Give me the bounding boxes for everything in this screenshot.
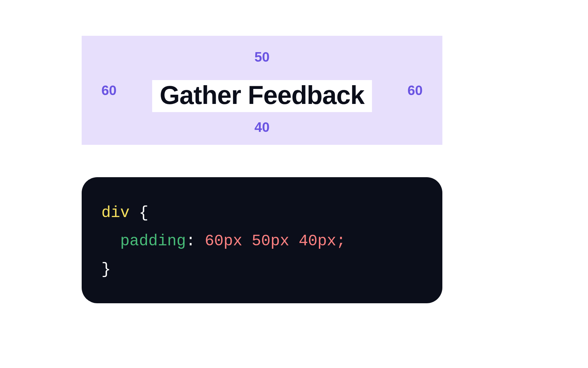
code-brace-open: { xyxy=(139,204,148,222)
content-box: Gather Feedback xyxy=(152,80,372,112)
padding-right-label: 60 xyxy=(408,83,423,97)
code-block: div { padding: 60px 50px 40px; } xyxy=(82,177,442,303)
code-value: 60px 50px 40px; xyxy=(195,232,346,250)
padding-bottom-label: 40 xyxy=(255,120,270,134)
code-colon: : xyxy=(186,232,195,250)
code-selector: div xyxy=(101,204,130,222)
padding-top-label: 50 xyxy=(255,50,270,64)
code-property: padding xyxy=(120,232,186,250)
canvas: 50 60 60 40 Gather Feedback div { paddin… xyxy=(0,0,588,368)
padding-diagram: 50 60 60 40 Gather Feedback xyxy=(82,36,442,145)
padding-left-label: 60 xyxy=(101,83,117,97)
content-text: Gather Feedback xyxy=(160,81,364,109)
code-text: div { padding: 60px 50px 40px; } xyxy=(101,199,423,283)
code-indent xyxy=(101,232,120,250)
code-brace-close: } xyxy=(101,261,111,278)
